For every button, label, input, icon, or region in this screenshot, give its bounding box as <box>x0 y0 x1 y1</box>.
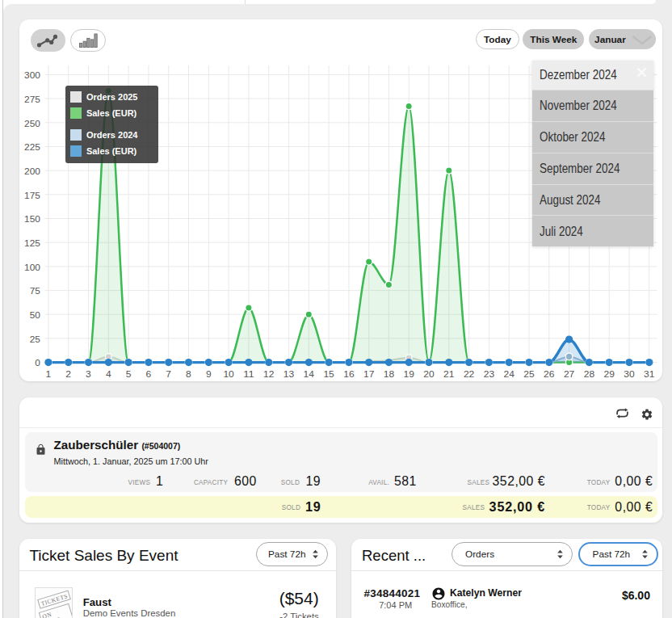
svg-text:29: 29 <box>604 369 615 379</box>
svg-text:30: 30 <box>624 369 635 379</box>
svg-text:21: 21 <box>443 369 454 379</box>
svg-text:175: 175 <box>24 191 40 200</box>
svg-text:9: 9 <box>206 369 212 379</box>
svg-text:22: 22 <box>464 369 474 379</box>
svg-text:25: 25 <box>30 334 40 344</box>
svg-text:250: 250 <box>24 119 40 128</box>
svg-text:2: 2 <box>66 369 72 379</box>
svg-text:31: 31 <box>644 369 654 379</box>
svg-text:275: 275 <box>24 95 40 104</box>
svg-text:150: 150 <box>24 214 40 224</box>
svg-text:225: 225 <box>24 142 40 152</box>
svg-text:17: 17 <box>363 369 374 379</box>
svg-text:5: 5 <box>126 369 132 379</box>
svg-text:20: 20 <box>424 369 435 379</box>
svg-text:8: 8 <box>186 369 191 379</box>
svg-text:4: 4 <box>106 369 111 379</box>
svg-text:12: 12 <box>263 369 274 379</box>
svg-text:18: 18 <box>384 369 394 379</box>
svg-text:15: 15 <box>324 369 334 379</box>
svg-text:25: 25 <box>524 369 535 379</box>
svg-text:3: 3 <box>86 369 91 379</box>
svg-text:0: 0 <box>36 358 41 368</box>
svg-text:24: 24 <box>504 369 514 379</box>
svg-text:27: 27 <box>564 369 574 379</box>
svg-text:10: 10 <box>224 369 234 379</box>
svg-text:50: 50 <box>30 310 40 320</box>
svg-text:1: 1 <box>46 369 52 379</box>
svg-text:200: 200 <box>24 166 40 176</box>
svg-text:26: 26 <box>544 369 554 379</box>
svg-text:16: 16 <box>344 369 355 379</box>
svg-text:100: 100 <box>24 263 40 272</box>
svg-text:11: 11 <box>244 369 254 379</box>
svg-text:23: 23 <box>484 369 494 379</box>
svg-text:125: 125 <box>24 238 40 248</box>
svg-text:6: 6 <box>146 369 152 379</box>
svg-text:7: 7 <box>166 369 172 379</box>
svg-text:19: 19 <box>404 369 414 379</box>
svg-text:300: 300 <box>24 70 40 80</box>
svg-text:14: 14 <box>304 369 314 379</box>
svg-text:75: 75 <box>30 286 40 296</box>
svg-text:13: 13 <box>284 369 294 379</box>
svg-text:28: 28 <box>584 369 594 379</box>
